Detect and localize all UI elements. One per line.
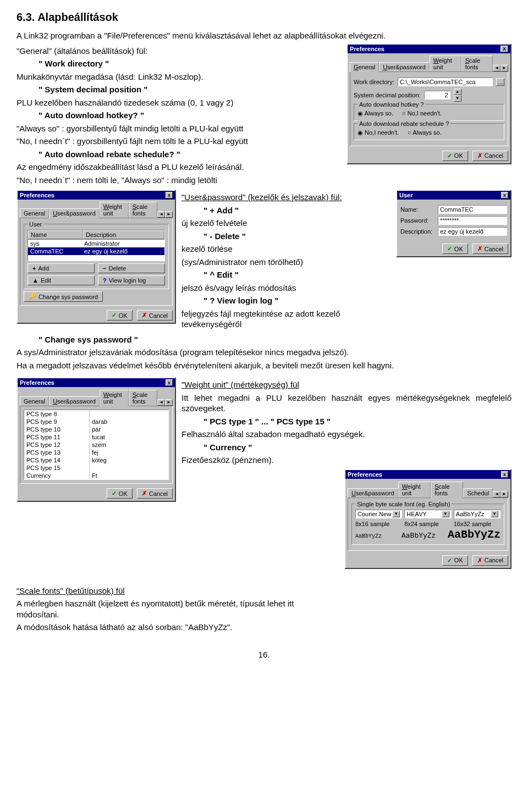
list-item-commatec[interactable]: CommaTECez egy új kezelő (28, 247, 164, 255)
list-item-sys[interactable]: sysAdministrator (28, 240, 164, 247)
preferences-userpw-dialog: Preferencesx General User&password Weigh… (16, 190, 176, 324)
wu-curr-text: Fizetőeszköz (pénznem). (182, 455, 512, 466)
ok-button[interactable]: ✓OK (442, 244, 468, 254)
autodl-l1: "Always so" : gyorsbillentyű fájlt mindi… (16, 123, 341, 134)
work-dir-input[interactable]: C:\_Works\CommaTEC_sca (398, 78, 493, 86)
close-button[interactable]: X (501, 46, 508, 52)
wu-curr-title: " Currency " (204, 442, 512, 453)
add-button[interactable]: + Add (28, 263, 95, 273)
spinner-up-icon[interactable]: ▲ (454, 89, 461, 95)
edit-text: jelszó és/vagy leírás módosítás (182, 283, 391, 294)
preferences-sf-dialog: Preferencesx User&password Weight unit S… (344, 469, 512, 569)
wu-title: "Weight unit" (mértékegység) fül (182, 379, 512, 390)
ok-button[interactable]: ✓OK (442, 555, 468, 566)
tab-schedule[interactable]: Schedul (463, 488, 493, 498)
tab-scale-fonts[interactable]: Scale fonts (129, 390, 158, 406)
sysdec-title: " System decimal position " (38, 84, 341, 95)
tab-general[interactable]: General (20, 396, 49, 406)
add-text: új kezelő felvétele (182, 218, 391, 229)
tab-userpw[interactable]: User&password (348, 488, 398, 498)
tab-userpw[interactable]: User&password (49, 396, 100, 406)
sysdec-text: PLU kezelőben használandó tizedesek szám… (16, 97, 341, 108)
tab-userpw[interactable]: User&password (379, 62, 430, 71)
radio-always-so[interactable]: Always so. (358, 110, 393, 117)
close-button[interactable]: x (501, 192, 508, 198)
spinner-down-icon[interactable]: ▼ (454, 95, 461, 102)
rebate-l1: Az engedmény időszakbeállítást lásd a PL… (16, 162, 341, 173)
intro-text: A Link32 programban a "File/Preferences"… (16, 30, 512, 41)
viewlog-title: " ? View login log " (204, 295, 391, 306)
work-dir-text: Munkakönyvtár megadása (lásd: Link32 M-o… (16, 71, 341, 82)
del-text2: (sys/Administrator nem törölhető) (182, 257, 391, 268)
wu-pcs-text: Felhasználó által szabadon megadható egy… (182, 429, 512, 440)
cancel-button[interactable]: ✗Cancel (472, 151, 508, 161)
general-ful: "General" (általános beállítások) fül: (16, 46, 341, 57)
page-heading: 6.3. Alapbeállítások (16, 11, 512, 24)
tab-left-icon[interactable]: ◄ (493, 65, 501, 71)
titlebar: Preferences X (348, 45, 510, 53)
tab-userpw[interactable]: User&password (49, 208, 100, 218)
sf-title: "Scale fonts" (betűtípusok) fül (16, 585, 512, 596)
radio-no-neednt-2[interactable]: No,I needn't. (358, 129, 399, 136)
edit-button[interactable]: ▲ Edit (28, 275, 95, 285)
changepw-l2: Ha a megadott jelszavas védelmet később … (16, 360, 512, 371)
radio-always-so-2[interactable]: Always so. (408, 129, 442, 136)
page-number: 16. (16, 649, 512, 660)
tab-weight-unit[interactable]: Weight unit (100, 390, 129, 406)
font-combo-2[interactable]: HEAVY▼ (404, 510, 451, 518)
radio-no-neednt[interactable]: No,I needn't. (402, 110, 442, 117)
tab-weight-unit[interactable]: Weight unit (398, 482, 431, 498)
view-log-button[interactable]: ? View login log (98, 275, 165, 285)
tab-scale-fonts[interactable]: Scale fonts (431, 482, 463, 498)
user-name-input[interactable]: CommaTEC (438, 205, 507, 214)
work-dir-title: " Work directory " (38, 58, 341, 69)
ok-button[interactable]: ✓OK (107, 488, 133, 499)
tab-general[interactable]: General (350, 62, 379, 72)
sf-l1: A mérlegben használt (kijelzett és nyomt… (16, 598, 324, 620)
tab-scale-fonts[interactable]: Scale fonts (461, 56, 493, 71)
del-title: " - Delete " (204, 231, 391, 242)
tab-weight-unit[interactable]: Weight unit (430, 56, 461, 71)
close-button[interactable]: x (166, 192, 173, 198)
cancel-button[interactable]: ✗Cancel (472, 244, 508, 254)
sf-l2: A módosítások hatása látható az alsó sor… (16, 622, 324, 633)
wu-l1: Itt lehet megadni a PLU kezelőben haszná… (182, 393, 512, 414)
viewlog-text: feljegyzés fájl megtekintése az adott ke… (182, 308, 391, 330)
tab-right-icon[interactable]: ► (501, 65, 508, 71)
cancel-button[interactable]: ✗Cancel (472, 555, 508, 566)
wu-pcs-title: " PCS type 1 " ... " PCS type 15 " (204, 416, 512, 427)
user-dialog: Userx Name:CommaTEC Password:******** De… (396, 190, 512, 257)
ok-button[interactable]: ✓OK (442, 151, 468, 161)
changepw-l1: A sys/Administrator jelszavának módosítá… (16, 347, 512, 358)
delete-button[interactable]: − Delete (98, 263, 165, 273)
cancel-button[interactable]: ✗Cancel (137, 310, 173, 321)
user-pw-input[interactable]: ******** (438, 216, 507, 225)
browse-button[interactable]: ... (496, 78, 504, 86)
rebate-l2: "No, I needn´t" : nem tölti le, "Always … (16, 175, 341, 186)
change-sys-pw-button[interactable]: 🔑 Change sys password (24, 291, 103, 302)
close-button[interactable]: x (501, 471, 508, 478)
changepw-title: " Change sys password " (38, 334, 512, 345)
userpw-ful: "User&password" (kezelők és jelszavak) f… (182, 192, 391, 203)
add-title: " + Add " (204, 205, 391, 216)
edit-title: " ^ Edit " (204, 269, 391, 280)
ok-button[interactable]: ✓OK (107, 310, 133, 321)
tab-general[interactable]: General (20, 208, 49, 218)
tab-weight-unit[interactable]: Weight unit (100, 202, 129, 218)
sysdec-input[interactable]: 2 (424, 91, 450, 100)
del-text1: kezelő törlése (182, 244, 391, 255)
tab-scale-fonts[interactable]: Scale fonts (129, 202, 158, 218)
font-combo-3[interactable]: AaBbYyZz▼ (454, 510, 501, 518)
autodl-l2: "No, I needn´t" : gyorsbillentyű fájlt n… (16, 136, 341, 147)
user-desc-input[interactable]: ez egy új kezelő (438, 227, 507, 236)
autodl-title: " Auto download hotkey? " (38, 110, 341, 121)
close-button[interactable]: x (166, 379, 173, 386)
font-combo-1[interactable]: Courier New▼ (355, 510, 402, 518)
cancel-button[interactable]: ✗Cancel (137, 488, 173, 499)
preferences-general-dialog: Preferences X General User&password Weig… (346, 43, 512, 164)
rebate-title: " Auto download rebate schedule? " (38, 149, 341, 160)
preferences-wu-dialog: Preferencesx General User&password Weigh… (16, 377, 176, 502)
